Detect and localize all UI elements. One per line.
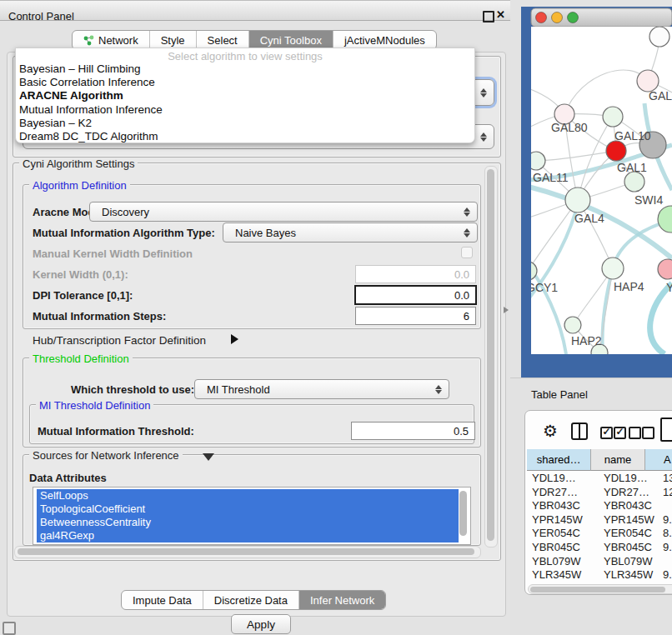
minimize-traffic-light-icon[interactable] — [552, 12, 563, 23]
table-cell[interactable]: YLR345W — [604, 568, 657, 581]
attribute-list-item[interactable]: TopologicalCoefficient — [37, 502, 459, 516]
table-cell[interactable]: 8. — [663, 527, 672, 539]
dropdown-item[interactable]: Bayesian – Hill Climbing — [19, 62, 141, 75]
hub-definition-expander-label[interactable]: Hub/Transcription Factor Definition — [33, 334, 206, 347]
attribute-list-item[interactable]: BetweennessCentrality — [37, 516, 459, 529]
columns-icon[interactable] — [571, 422, 588, 440]
tab-discretize-data[interactable]: Discretize Data — [203, 591, 299, 609]
tab-label: Infer Network — [310, 594, 374, 607]
tab-style[interactable]: Style — [150, 31, 197, 49]
node-hap4[interactable] — [602, 258, 624, 279]
dropdown-item[interactable]: Dream8 DC_TDC Algorithm — [19, 130, 158, 142]
network-icon — [83, 35, 94, 46]
zoom-traffic-light-icon[interactable] — [568, 12, 579, 23]
table-cell[interactable]: YBR045C — [532, 541, 597, 553]
tab-label: jActiveMNodules — [344, 34, 425, 47]
tab-infer-network[interactable]: Infer Network — [299, 591, 385, 609]
kernel-width-field[interactable]: 0.0 — [355, 265, 476, 283]
tab-jactivemnodules[interactable]: jActiveMNodules — [333, 31, 436, 49]
table-cell[interactable]: 9. — [663, 513, 672, 526]
document-icon[interactable] — [660, 418, 672, 442]
gear-icon[interactable]: ⚙ — [543, 421, 558, 441]
node-top-white[interactable] — [649, 27, 669, 47]
table-cell[interactable]: YPR145W — [604, 513, 657, 526]
stepper-icon — [460, 228, 474, 238]
dropdown-item[interactable]: Bayesian – K2 — [19, 117, 92, 129]
table-cell[interactable]: YER054C — [604, 527, 657, 539]
attribute-list-item[interactable]: gal4RGexp — [37, 529, 459, 542]
node-label: GAL — [649, 89, 672, 102]
sources-group-title: Sources for Network Inference — [29, 449, 183, 462]
table-cell[interactable]: 9. — [663, 568, 672, 581]
unchecked-pair-icon[interactable] — [629, 427, 641, 439]
table-header-row[interactable]: shared…nameA — [527, 449, 672, 470]
expander-collapsed-icon[interactable] — [231, 334, 238, 344]
table-cell[interactable]: YBL079W — [604, 555, 657, 568]
dpi-tolerance-field[interactable]: 0.0 — [354, 285, 477, 305]
application-window: Control Panel ✕ NetworkStyleSelectCyni T… — [0, 0, 672, 635]
node-red[interactable] — [606, 141, 626, 161]
dropdown-item[interactable]: Mutual Information Inference — [19, 103, 163, 116]
which-threshold-combobox[interactable]: MI Threshold — [194, 379, 449, 399]
tab-impute-data[interactable]: Impute Data — [122, 591, 203, 609]
algorithm-dropdown-list[interactable]: Select algorithm to view settings Bayesi… — [15, 48, 475, 143]
stepper-icon — [477, 132, 490, 142]
dropdown-item[interactable]: ARACNE Algorithm — [19, 89, 123, 102]
node-gal1[interactable] — [624, 172, 644, 192]
panel-resize-handle-icon[interactable] — [504, 307, 509, 313]
tab-select[interactable]: Select — [197, 31, 249, 49]
dropdown-item[interactable]: Basic Correlation Inference — [19, 76, 155, 88]
column-header[interactable]: shared… — [527, 449, 591, 471]
table-cell[interactable]: YBR043C — [604, 499, 657, 512]
aracne-mode-combobox[interactable]: Discovery — [89, 202, 478, 222]
table-cell[interactable]: YBL079W — [532, 555, 597, 568]
table-cell[interactable]: YDR27… — [532, 486, 597, 498]
table-cell[interactable]: YER054C — [532, 527, 597, 539]
node-label: SWI4 — [634, 193, 663, 207]
mi-threshold-field[interactable]: 0.5 — [351, 422, 475, 440]
checked-pair-icon[interactable]: ✓ — [600, 427, 613, 439]
node-label: GAL1 — [617, 161, 647, 174]
network-view-window[interactable]: GALGAL80GAL10GAL1GAL11SWI4GAL4GCY1HAP4YH… — [521, 7, 672, 379]
table-cell[interactable]: YBR045C — [604, 541, 657, 553]
scrollbar-thumb[interactable] — [18, 548, 474, 555]
table-cell[interactable]: 12 — [663, 486, 672, 498]
table-cell[interactable]: YBR043C — [532, 499, 597, 512]
close-traffic-light-icon[interactable] — [536, 12, 547, 23]
table-cell[interactable]: 13 — [663, 472, 672, 484]
table-cell[interactable]: YPR145W — [532, 513, 597, 526]
node-gal4[interactable] — [565, 188, 590, 212]
tab-network[interactable]: Network — [73, 31, 150, 49]
apply-button[interactable]: Apply — [231, 614, 291, 634]
float-window-icon[interactable] — [483, 11, 494, 22]
table-cell[interactable]: YDL19… — [604, 472, 657, 484]
mi-steps-field[interactable]: 6 — [355, 307, 476, 325]
table-horizontal-scrollbar[interactable] — [528, 584, 672, 594]
expander-expanded-icon[interactable] — [203, 453, 214, 461]
control-panel-title: Control Panel — [8, 10, 74, 22]
tab-label: Network — [98, 34, 138, 47]
scrollbar-thumb[interactable] — [459, 491, 467, 536]
data-attributes-list[interactable]: SelfLoopsTopologicalCoefficientBetweenne… — [33, 487, 471, 545]
table-cell[interactable]: 9. — [663, 541, 672, 553]
column-header[interactable]: A — [645, 449, 672, 471]
tab-cyni-toolbox[interactable]: Cyni Toolbox — [249, 31, 333, 49]
table-cell[interactable]: YDL19… — [532, 472, 597, 484]
manual-kernel-checkbox[interactable] — [461, 247, 473, 258]
node-gal10[interactable] — [603, 107, 623, 127]
scrollbar-thumb[interactable] — [487, 169, 494, 541]
dock-panel-icon[interactable] — [3, 622, 16, 635]
close-icon[interactable]: ✕ — [496, 8, 505, 21]
attribute-list-item[interactable]: SelfLoops — [37, 489, 459, 502]
settings-vertical-scrollbar[interactable] — [484, 166, 498, 548]
mi-algorithm-type-combobox[interactable]: Naive Bayes — [223, 222, 478, 242]
table-cell[interactable]: YDR27… — [604, 486, 657, 498]
checked-pair-icon[interactable]: ✓ — [614, 427, 626, 439]
settings-horizontal-scrollbar[interactable] — [14, 546, 481, 558]
column-header[interactable]: name — [591, 449, 645, 471]
node-hap2[interactable] — [564, 317, 581, 333]
scrollbar-thumb[interactable] — [530, 587, 665, 592]
table-cell[interactable]: YLR345W — [532, 568, 597, 581]
node-label: GAL10 — [614, 129, 651, 142]
unchecked-pair-icon[interactable] — [642, 427, 654, 439]
